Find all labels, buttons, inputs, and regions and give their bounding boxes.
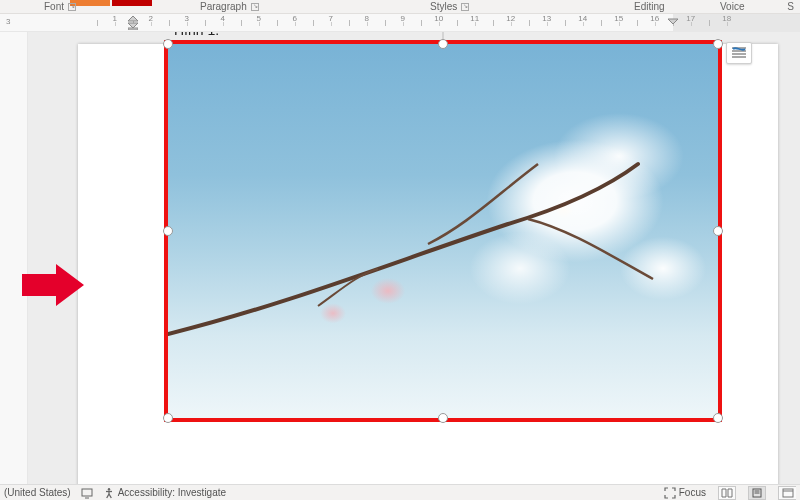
svg-rect-2 bbox=[128, 28, 138, 30]
indent-marker-left[interactable] bbox=[128, 16, 138, 30]
svg-rect-6 bbox=[82, 489, 92, 496]
dialog-launcher-icon[interactable] bbox=[251, 3, 259, 11]
ribbon-group-font: Font bbox=[44, 1, 64, 12]
inserted-image[interactable] bbox=[168, 44, 718, 418]
vertical-ruler-label: 3 bbox=[6, 17, 10, 26]
focus-mode-button[interactable]: Focus bbox=[664, 487, 706, 499]
resize-handle-s[interactable] bbox=[438, 413, 448, 423]
svg-marker-1 bbox=[128, 23, 138, 28]
annotation-arrow bbox=[22, 264, 84, 306]
dialog-launcher-icon[interactable] bbox=[68, 3, 76, 11]
view-read-mode-button[interactable] bbox=[718, 486, 736, 500]
ruler-tick: 11 bbox=[457, 14, 493, 23]
focus-icon bbox=[664, 487, 676, 499]
ruler-margin-shade bbox=[673, 14, 800, 31]
resize-handle-nw[interactable] bbox=[163, 39, 173, 49]
view-print-layout-button[interactable] bbox=[748, 486, 766, 500]
ribbon-group-editing: Editing bbox=[634, 1, 665, 12]
web-layout-icon bbox=[782, 488, 794, 498]
ruler-tick: 7 bbox=[313, 14, 349, 23]
document-workspace[interactable]: Hình 1: bbox=[0, 32, 800, 484]
svg-marker-5 bbox=[22, 264, 84, 306]
status-bar: (United States) Accessibility: Investiga… bbox=[0, 484, 800, 500]
ruler-tick: 14 bbox=[565, 14, 601, 23]
svg-rect-16 bbox=[783, 489, 793, 497]
vertical-ruler[interactable] bbox=[0, 32, 28, 484]
resize-handle-se[interactable] bbox=[713, 413, 723, 423]
resize-handle-e[interactable] bbox=[713, 226, 723, 236]
horizontal-ruler[interactable]: 3 123456789101112131415161718 bbox=[0, 14, 800, 32]
status-display-settings[interactable] bbox=[81, 487, 93, 499]
resize-handle-w[interactable] bbox=[163, 226, 173, 236]
ruler-tick: 4 bbox=[205, 14, 241, 23]
dialog-launcher-icon[interactable] bbox=[461, 3, 469, 11]
status-language[interactable]: (United States) bbox=[4, 487, 71, 498]
ribbon-group-voice: Voice bbox=[720, 1, 744, 12]
ruler-tick: 3 bbox=[169, 14, 205, 23]
resize-handle-sw[interactable] bbox=[163, 413, 173, 423]
layout-options-icon bbox=[730, 46, 748, 60]
ribbon-group-paragraph: Paragraph bbox=[200, 1, 247, 12]
ribbon-strip: Font Paragraph Styles Editing Voice S bbox=[0, 0, 800, 14]
ruler-tick: 15 bbox=[601, 14, 637, 23]
focus-mode-label: Focus bbox=[679, 487, 706, 498]
svg-marker-0 bbox=[128, 16, 138, 21]
svg-line-12 bbox=[109, 494, 111, 498]
ruler-tick: 12 bbox=[493, 14, 529, 23]
read-mode-icon bbox=[721, 488, 733, 498]
ruler-tick: 6 bbox=[277, 14, 313, 23]
ribbon-right-partial-label: S bbox=[787, 1, 794, 12]
view-web-layout-button[interactable] bbox=[778, 486, 796, 500]
ribbon-color-swatch-red bbox=[112, 0, 152, 6]
ruler-tick: 13 bbox=[529, 14, 565, 23]
ruler-tick: 10 bbox=[421, 14, 457, 23]
svg-marker-3 bbox=[668, 19, 678, 24]
accessibility-icon bbox=[103, 487, 115, 499]
status-accessibility[interactable]: Accessibility: Investigate bbox=[103, 487, 226, 499]
print-layout-icon bbox=[751, 488, 763, 498]
image-illustration bbox=[168, 44, 718, 418]
ribbon-group-styles: Styles bbox=[430, 1, 457, 12]
selected-picture-object[interactable] bbox=[168, 44, 718, 418]
ruler-tick: 9 bbox=[385, 14, 421, 23]
status-language-label: (United States) bbox=[4, 487, 71, 498]
resize-handle-ne[interactable] bbox=[713, 39, 723, 49]
svg-point-8 bbox=[108, 488, 110, 490]
resize-handle-n[interactable] bbox=[438, 39, 448, 49]
document-page[interactable]: Hình 1: bbox=[78, 44, 778, 484]
ruler-tick: 8 bbox=[349, 14, 385, 23]
ruler-tick: 2 bbox=[133, 14, 169, 23]
indent-marker-right[interactable] bbox=[668, 16, 678, 26]
status-accessibility-label: Accessibility: Investigate bbox=[118, 487, 226, 498]
layout-options-button[interactable] bbox=[726, 42, 752, 64]
ruler-tick: 5 bbox=[241, 14, 277, 23]
display-settings-icon bbox=[81, 487, 93, 499]
figure-caption[interactable]: Hình 1: bbox=[174, 32, 219, 38]
